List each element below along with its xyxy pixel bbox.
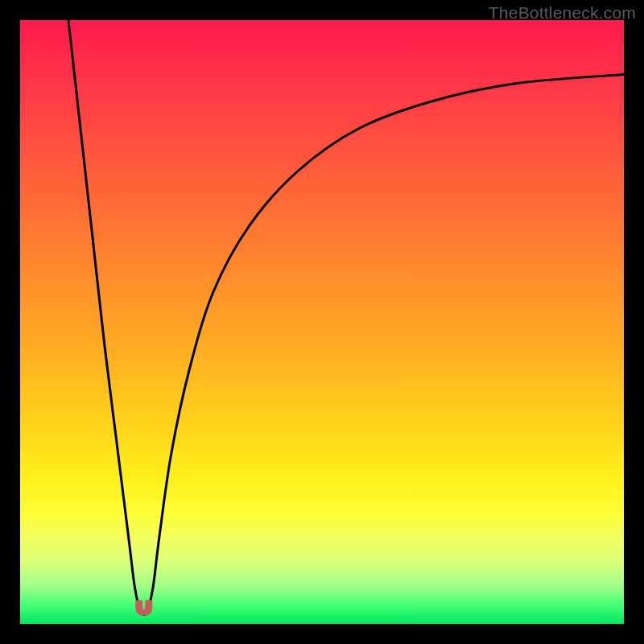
plot-area [20, 20, 624, 624]
watermark-text: TheBottleneck.com [489, 3, 636, 23]
chart-frame: TheBottleneck.com [0, 0, 644, 644]
bottleneck-curve [68, 20, 624, 615]
min-marker-icon [136, 601, 152, 615]
curve-layer [20, 20, 624, 624]
